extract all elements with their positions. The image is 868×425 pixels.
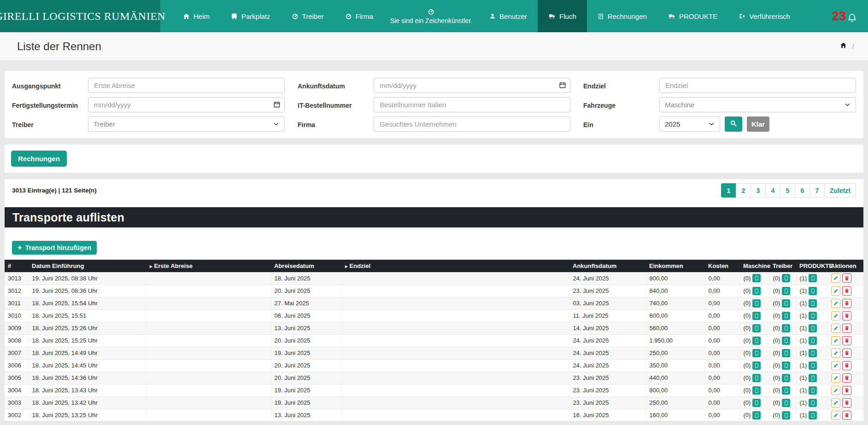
delete-button[interactable] [842,373,851,383]
machine-list-button[interactable] [752,312,761,320]
filter-endziel-input[interactable] [659,78,856,93]
cell-actions [827,322,863,334]
driver-list-button[interactable] [782,299,790,308]
nav-item-benutzer[interactable]: Benutzer [479,0,538,32]
machine-list-button[interactable] [752,349,761,357]
search-button[interactable] [725,116,742,132]
delete-button[interactable] [842,349,851,358]
products-list-button[interactable] [809,374,817,382]
nav-item-sie-sind-ein-zeichenk-nstler[interactable]: Sie sind ein Zeichenkünstler. [384,0,479,32]
products-list-button[interactable] [809,361,817,370]
delete-button[interactable] [842,274,851,283]
filter-fahrzeuge-select[interactable]: Maschine [659,97,856,112]
delete-button[interactable] [842,386,851,395]
filter-fertigstellungstermin-date-input[interactable] [88,97,285,112]
products-list-button[interactable] [809,274,817,282]
driver-list-button[interactable] [782,324,790,332]
edit-button[interactable] [831,349,840,358]
filter-ein-select[interactable]: 2025 [659,116,720,132]
driver-list-button[interactable] [782,274,790,282]
delete-button[interactable] [842,398,851,408]
driver-list-button[interactable] [782,361,790,370]
edit-button[interactable] [831,361,840,370]
page-3[interactable]: 3 [751,183,766,198]
calendar-icon[interactable] [273,101,281,110]
delete-button[interactable] [842,336,851,345]
driver-list-button[interactable] [782,312,790,320]
machine-list-button[interactable] [752,287,761,295]
nav-item-produkte[interactable]: PRODUKTE [657,0,728,32]
products-list-button[interactable] [809,349,817,357]
add-transport-button[interactable]: + Transport hinzufügen [12,241,97,255]
machine-list-button[interactable] [752,411,761,419]
edit-button[interactable] [831,274,840,283]
filter-it-bestellnummer-input[interactable] [374,97,570,112]
edit-button[interactable] [831,286,840,296]
delete-button[interactable] [842,311,851,320]
nav-item-parkplatz[interactable]: Parkplatz [220,0,281,32]
caret-right-icon[interactable]: ▸ [345,263,348,269]
driver-list-button[interactable] [782,386,790,395]
edit-button[interactable] [831,373,840,383]
delete-button[interactable] [842,411,851,420]
machine-list-button[interactable] [752,374,761,382]
products-list-button[interactable] [809,299,817,308]
caret-right-icon[interactable]: ▸ [150,263,152,269]
page-5[interactable]: 5 [780,183,795,198]
edit-button[interactable] [831,336,840,345]
edit-button[interactable] [831,398,840,408]
edit-button[interactable] [831,299,840,308]
machine-list-button[interactable] [752,299,761,308]
home-icon[interactable] [840,42,847,51]
nav-item-verf-hrerisch[interactable]: Verführerisch [728,0,800,32]
delete-button[interactable] [842,286,851,296]
edit-button[interactable] [831,311,840,320]
driver-list-button[interactable] [782,349,790,357]
edit-button[interactable] [831,324,840,333]
page-2[interactable]: 2 [736,183,751,198]
machine-list-button[interactable] [752,337,761,345]
filter-treiber-select[interactable]: Treiber [88,116,285,132]
machine-list-button[interactable] [752,399,761,407]
driver-list-button[interactable] [782,337,790,345]
invoices-button[interactable]: Rechnungen [11,151,67,167]
products-list-button[interactable] [809,399,817,407]
driver-list-button[interactable] [782,411,790,419]
delete-button[interactable] [842,299,851,308]
nav-item-firma[interactable]: Firma [334,0,384,32]
page-6[interactable]: 6 [795,183,810,198]
cell-driver: (0) [769,409,796,421]
driver-list-button[interactable] [782,374,790,382]
machine-list-button[interactable] [752,361,761,370]
bell-icon[interactable] [847,13,857,24]
products-list-button[interactable] [809,287,817,295]
machine-list-button[interactable] [752,274,761,282]
delete-button[interactable] [842,324,851,333]
products-list-button[interactable] [809,312,817,320]
products-list-button[interactable] [809,386,817,395]
filter-ausgangspunkt-input[interactable] [88,78,285,93]
driver-list-button[interactable] [782,399,790,407]
products-list-button[interactable] [809,324,817,332]
page-1[interactable]: 1 [721,183,736,198]
nav-item-fluch[interactable]: Fluch [538,0,587,32]
products-list-button[interactable] [809,337,817,345]
products-list-button[interactable] [809,411,817,419]
page-4[interactable]: 4 [765,183,780,198]
edit-button[interactable] [831,411,840,420]
driver-list-button[interactable] [782,287,790,295]
nav-item-treiber[interactable]: Treiber [281,0,334,32]
filter-ankunftsdatum-date-input[interactable] [374,78,570,93]
clear-button[interactable]: Klar [747,116,769,132]
page-7[interactable]: 7 [809,183,825,198]
nav-item-rechnungen[interactable]: Rechnungen [587,0,657,32]
count-value: (1) [800,362,807,369]
page-zuletzt[interactable]: Zuletzt [824,183,856,198]
edit-button[interactable] [831,386,840,395]
machine-list-button[interactable] [752,386,761,395]
calendar-icon[interactable] [559,82,566,91]
filter-firma-input[interactable] [374,116,570,132]
delete-button[interactable] [842,361,851,370]
nav-item-heim[interactable]: Heim [172,0,220,32]
machine-list-button[interactable] [752,324,761,332]
